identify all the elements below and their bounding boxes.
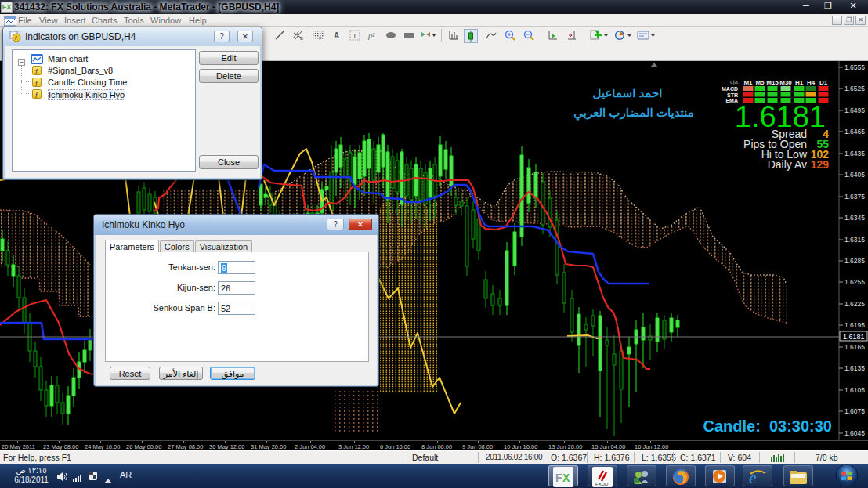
svg-text:H4: H4 <box>807 79 816 86</box>
svg-text:منتديات المضارب العربي: منتديات المضارب العربي <box>573 106 693 121</box>
svg-text:احمد اسماعيل: احمد اسماعيل <box>593 86 663 99</box>
svg-text:1.6045: 1.6045 <box>844 429 865 437</box>
svg-text:129: 129 <box>811 158 830 171</box>
svg-text:X: X <box>562 472 570 484</box>
svg-text:1.6315: 1.6315 <box>844 236 865 244</box>
svg-text:H1: H1 <box>795 79 804 86</box>
svg-text:M15: M15 <box>766 79 779 86</box>
svg-text:D1: D1 <box>819 79 828 86</box>
svg-text:M30: M30 <box>779 79 792 86</box>
svg-text:µ²: µ² <box>368 32 375 40</box>
svg-text:1.6105: 1.6105 <box>844 386 865 394</box>
svg-text:Candle: 03:30:30: Candle: 03:30:30 <box>703 418 832 435</box>
svg-text:1.6255: 1.6255 <box>844 278 865 286</box>
svg-text:1.6285: 1.6285 <box>844 257 865 265</box>
svg-text:1.6435: 1.6435 <box>844 150 865 157</box>
svg-text:M5: M5 <box>755 79 765 86</box>
svg-text:F: F <box>555 472 562 484</box>
svg-text:STR: STR <box>727 92 738 98</box>
svg-text:1.6495: 1.6495 <box>844 107 865 114</box>
svg-text:1.6195: 1.6195 <box>844 321 865 329</box>
svg-text:1.6405: 1.6405 <box>844 171 865 179</box>
svg-text:1.6075: 1.6075 <box>844 407 865 415</box>
svg-text:1.6555: 1.6555 <box>844 63 865 71</box>
svg-text:1.6465: 1.6465 <box>844 128 865 136</box>
svg-text:FXDD: FXDD <box>595 482 609 486</box>
svg-text:1.6135: 1.6135 <box>844 364 865 372</box>
svg-text:Daily Av: Daily Av <box>768 158 807 171</box>
svg-text:cja: cja <box>730 78 739 85</box>
svg-text:1.6181: 1.6181 <box>843 333 865 341</box>
svg-text:1.6375: 1.6375 <box>844 193 865 201</box>
svg-text:1.6525: 1.6525 <box>844 85 865 92</box>
svg-text:F: F <box>319 36 322 41</box>
svg-text:1.6165: 1.6165 <box>844 343 865 351</box>
svg-text:1.6345: 1.6345 <box>844 214 865 222</box>
svg-text:1.6225: 1.6225 <box>844 300 865 308</box>
svg-text:M1: M1 <box>743 79 753 86</box>
svg-text:MACD: MACD <box>722 86 738 92</box>
svg-text:A: A <box>334 31 339 40</box>
svg-text:E: E <box>300 36 303 41</box>
svg-text:T: T <box>353 32 357 40</box>
